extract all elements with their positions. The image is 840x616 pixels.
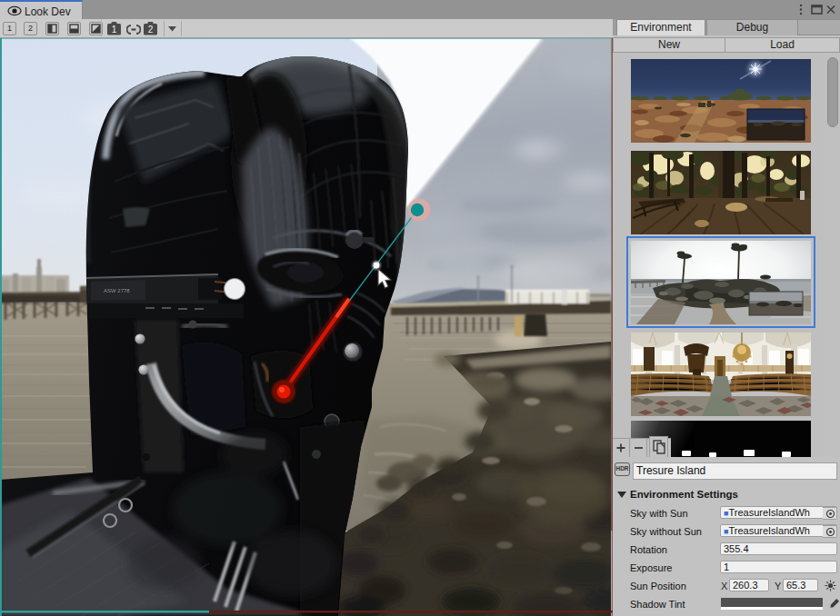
svg-text:ASW 2778: ASW 2778 xyxy=(104,288,130,293)
svg-text:2: 2 xyxy=(148,25,154,35)
svg-text:1: 1 xyxy=(112,25,117,35)
